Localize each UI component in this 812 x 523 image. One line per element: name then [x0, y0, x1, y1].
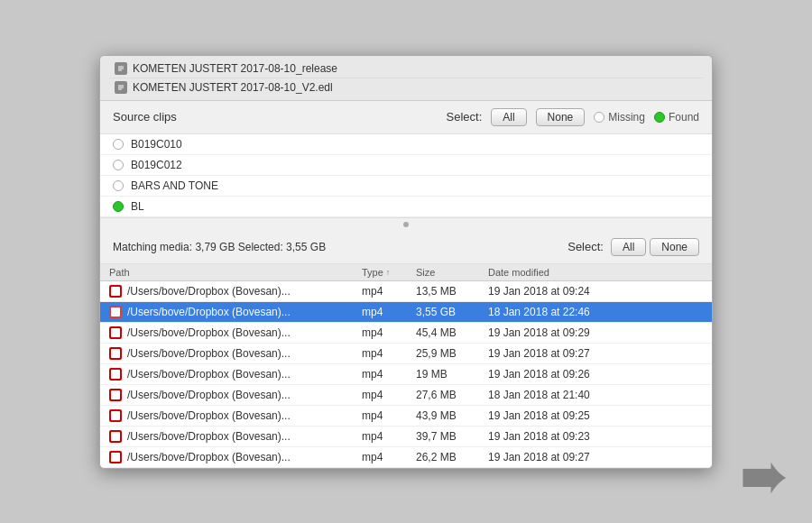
file-row-icon-0: [109, 285, 122, 298]
cell-type-8: mp4: [362, 451, 416, 463]
found-option[interactable]: Found: [654, 111, 699, 124]
cell-size-4: 19 MB: [416, 368, 488, 381]
path-text-1: /Users/bove/Dropbox (Bovesan)...: [127, 306, 291, 318]
path-text-3: /Users/bove/Dropbox (Bovesan)...: [127, 347, 291, 360]
table-row-3[interactable]: /Users/bove/Dropbox (Bovesan)... mp4 25,…: [100, 344, 712, 364]
file-row-icon-1: [109, 306, 122, 318]
clip-radio-2[interactable]: [113, 180, 124, 191]
clip-item-1[interactable]: B019C012: [100, 155, 712, 176]
cell-size-2: 45,4 MB: [416, 326, 488, 339]
table-row-1[interactable]: /Users/bove/Dropbox (Bovesan)... mp4 3,5…: [100, 302, 712, 323]
select-label-bottom: Select:: [567, 240, 604, 253]
table-row-8[interactable]: /Users/bove/Dropbox (Bovesan)... mp4 26,…: [100, 447, 712, 468]
file-icon-2: [115, 81, 127, 94]
cell-path-1: /Users/bove/Dropbox (Bovesan)...: [109, 306, 362, 318]
file-row-icon-6: [109, 409, 122, 422]
path-text-5: /Users/bove/Dropbox (Bovesan)...: [127, 389, 291, 401]
col-size[interactable]: Size: [416, 267, 488, 278]
missing-option[interactable]: Missing: [594, 111, 645, 124]
cell-size-7: 39,7 MB: [416, 430, 488, 443]
path-text-8: /Users/bove/Dropbox (Bovesan)...: [127, 451, 291, 463]
table-row-2[interactable]: /Users/bove/Dropbox (Bovesan)... mp4 45,…: [100, 323, 712, 344]
path-text-2: /Users/bove/Dropbox (Bovesan)...: [127, 326, 291, 339]
cell-path-0: /Users/bove/Dropbox (Bovesan)...: [109, 285, 362, 298]
table-body: /Users/bove/Dropbox (Bovesan)... mp4 13,…: [100, 281, 712, 468]
cell-size-1: 3,55 GB: [416, 306, 488, 318]
file-row-icon-8: [109, 451, 122, 463]
file-row-icon-5: [109, 389, 122, 401]
cell-type-0: mp4: [362, 285, 416, 298]
cell-date-4: 19 Jan 2018 at 09:26: [488, 368, 703, 381]
cell-path-6: /Users/bove/Dropbox (Bovesan)...: [109, 409, 362, 422]
title-item-1[interactable]: KOMETEN JUSTERT 2017-08-10_release: [109, 60, 703, 78]
watermark: ➠: [740, 451, 785, 505]
table-header: Path Type ↑ Size Date modified: [100, 264, 712, 281]
title-item-1-label: KOMETEN JUSTERT 2017-08-10_release: [133, 62, 337, 75]
path-text-6: /Users/bove/Dropbox (Bovesan)...: [127, 409, 291, 422]
title-item-2-label: KOMETEN JUSTERT 2017-08-10_V2.edl: [133, 81, 333, 94]
cell-date-0: 19 Jan 2018 at 09:24: [488, 285, 703, 298]
cell-path-5: /Users/bove/Dropbox (Bovesan)...: [109, 389, 362, 401]
cell-size-5: 27,6 MB: [416, 389, 488, 401]
cell-path-2: /Users/bove/Dropbox (Bovesan)...: [109, 326, 362, 339]
clip-item-3[interactable]: BL: [100, 197, 712, 217]
cell-path-8: /Users/bove/Dropbox (Bovesan)...: [109, 451, 362, 463]
found-label: Found: [669, 111, 699, 124]
cell-type-6: mp4: [362, 409, 416, 422]
select-all-btn-bottom[interactable]: All: [611, 238, 646, 256]
path-text-4: /Users/bove/Dropbox (Bovesan)...: [127, 368, 291, 381]
cell-type-5: mp4: [362, 389, 416, 401]
clip-radio-0[interactable]: [113, 139, 124, 150]
title-item-2[interactable]: KOMETEN JUSTERT 2017-08-10_V2.edl: [109, 78, 703, 96]
file-row-icon-2: [109, 326, 122, 339]
missing-radio[interactable]: [594, 112, 604, 123]
path-text-0: /Users/bove/Dropbox (Bovesan)...: [127, 285, 291, 298]
clip-name-2: BARS AND TONE: [131, 179, 218, 192]
title-bar: KOMETEN JUSTERT 2017-08-10_release KOMET…: [100, 56, 712, 101]
table-row-5[interactable]: /Users/bove/Dropbox (Bovesan)... mp4 27,…: [100, 385, 712, 406]
select-none-btn-top[interactable]: None: [536, 108, 586, 126]
cell-path-3: /Users/bove/Dropbox (Bovesan)...: [109, 347, 362, 360]
cell-size-6: 43,9 MB: [416, 409, 488, 422]
sort-arrow-type: ↑: [386, 268, 391, 277]
cell-size-0: 13,5 MB: [416, 285, 488, 298]
table-row-0[interactable]: /Users/bove/Dropbox (Bovesan)... mp4 13,…: [100, 281, 712, 302]
main-window: KOMETEN JUSTERT 2017-08-10_release KOMET…: [99, 55, 713, 469]
clip-name-0: B019C010: [131, 138, 182, 151]
cell-path-7: /Users/bove/Dropbox (Bovesan)...: [109, 430, 362, 443]
file-row-icon-4: [109, 368, 122, 381]
file-icon-1: [115, 62, 127, 75]
cell-date-8: 19 Jan 2018 at 09:27: [488, 451, 703, 463]
select-label-top: Select:: [447, 110, 483, 124]
col-path: Path: [109, 267, 362, 278]
scroll-indicator: [100, 218, 712, 231]
cell-path-4: /Users/bove/Dropbox (Bovesan)...: [109, 368, 362, 381]
table-row-7[interactable]: /Users/bove/Dropbox (Bovesan)... mp4 39,…: [100, 427, 712, 447]
cell-type-2: mp4: [362, 326, 416, 339]
col-type[interactable]: Type ↑: [362, 267, 416, 278]
path-text-7: /Users/bove/Dropbox (Bovesan)...: [127, 430, 291, 443]
cell-date-1: 18 Jan 2018 at 22:46: [488, 306, 703, 318]
media-table: Path Type ↑ Size Date modified /Users/bo…: [100, 264, 712, 468]
matching-text: Matching media: 3,79 GB Selected: 3,55 G…: [113, 241, 567, 253]
table-row-4[interactable]: /Users/bove/Dropbox (Bovesan)... mp4 19 …: [100, 364, 712, 385]
cell-date-2: 19 Jan 2018 at 09:29: [488, 326, 703, 339]
cell-date-5: 18 Jan 2018 at 21:40: [488, 389, 703, 401]
cell-size-3: 25,9 MB: [416, 347, 488, 360]
clip-radio-1[interactable]: [113, 160, 124, 170]
table-row-6[interactable]: /Users/bove/Dropbox (Bovesan)... mp4 43,…: [100, 406, 712, 427]
cell-type-3: mp4: [362, 347, 416, 360]
select-none-btn-bottom[interactable]: None: [650, 238, 699, 256]
clip-item-0[interactable]: B019C010: [100, 134, 712, 155]
y-icon: ➠: [740, 451, 785, 505]
clip-radio-3[interactable]: [113, 201, 124, 212]
select-all-btn-top[interactable]: All: [491, 108, 526, 126]
cell-type-1: mp4: [362, 306, 416, 318]
cell-date-7: 19 Jan 2018 at 09:23: [488, 430, 703, 443]
found-radio[interactable]: [654, 112, 665, 123]
cell-type-4: mp4: [362, 368, 416, 381]
col-date[interactable]: Date modified: [488, 267, 703, 278]
matching-bar: Matching media: 3,79 GB Selected: 3,55 G…: [100, 231, 712, 264]
clip-item-2[interactable]: BARS AND TONE: [100, 176, 712, 197]
source-clips-label: Source clips: [113, 110, 438, 124]
